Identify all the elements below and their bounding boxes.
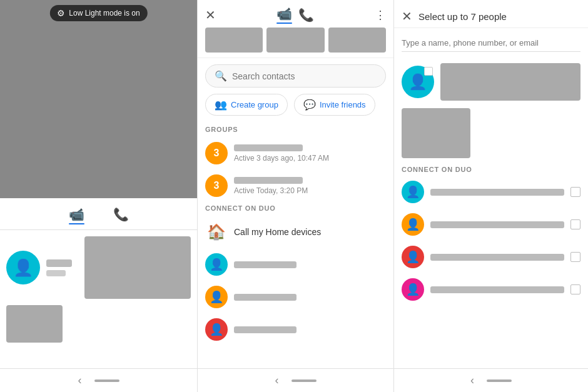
person-icon-r4: 👤 bbox=[406, 283, 420, 296]
group-time-2: Active Today, 3:20 PM bbox=[234, 186, 386, 195]
right-search-wrap bbox=[394, 28, 588, 58]
avatar-main: 👤 bbox=[6, 251, 40, 284]
group-item-2[interactable]: 3 Active Today, 3:20 PM bbox=[198, 169, 393, 202]
right-connect-row-1[interactable]: 👤 bbox=[394, 176, 588, 208]
panel-left: ⚙ Low Light mode is on 📹 📞 👤 bbox=[0, 0, 197, 392]
gear-icon: ⚙ bbox=[57, 8, 65, 18]
checkbox-2[interactable] bbox=[570, 219, 580, 229]
close-button-mid[interactable]: ✕ bbox=[205, 8, 216, 23]
right-connect-row-2[interactable]: 👤 bbox=[394, 208, 588, 241]
back-chevron-mid[interactable]: ‹ bbox=[275, 374, 279, 387]
contact-name-bar bbox=[46, 259, 72, 267]
checkbox-1[interactable] bbox=[570, 187, 580, 197]
right-thumb-block bbox=[402, 108, 470, 158]
tab-video-mid[interactable]: 📹 bbox=[276, 6, 292, 24]
back-chevron-left[interactable]: ‹ bbox=[78, 374, 82, 387]
right-avatar-main: 👤 bbox=[402, 66, 434, 98]
mid-thumb-2 bbox=[266, 28, 324, 53]
home-icon: 🏠 bbox=[207, 223, 226, 241]
thumbnail-small bbox=[6, 305, 63, 343]
phone-icon-mid: 📞 bbox=[298, 8, 314, 23]
group-name-bar-2 bbox=[234, 177, 303, 184]
close-button-right[interactable]: ✕ bbox=[402, 9, 412, 24]
create-group-button[interactable]: 👥 Create group bbox=[205, 94, 288, 116]
right-connect-avatar-1: 👤 bbox=[402, 181, 424, 203]
group-item-1[interactable]: 3 Active 3 days ago, 10:47 AM bbox=[198, 137, 393, 169]
checkbox-4[interactable] bbox=[570, 284, 580, 294]
connect-name-bar-2 bbox=[234, 294, 297, 301]
right-search-input[interactable] bbox=[402, 34, 580, 52]
mid-thumb-3 bbox=[328, 28, 386, 53]
group-name-bar-1 bbox=[234, 144, 303, 151]
tab-phone-left[interactable]: 📞 bbox=[108, 204, 134, 227]
connect-contact-1[interactable]: 👤 bbox=[198, 248, 393, 281]
more-icon-mid[interactable]: ⋮ bbox=[375, 8, 386, 22]
action-buttons: 👥 Create group 💬 Invite friends bbox=[198, 94, 393, 123]
person-icon: 👤 bbox=[13, 258, 33, 278]
group-badge-2: 3 bbox=[205, 174, 228, 197]
mid-top-thumbnails bbox=[198, 24, 393, 58]
right-connect-avatar-2: 👤 bbox=[402, 213, 424, 236]
person-icon-c2: 👤 bbox=[210, 290, 223, 304]
low-light-badge: ⚙ Low Light mode is on bbox=[49, 5, 147, 21]
person-icon-r1: 👤 bbox=[406, 185, 420, 199]
panel-left-tabs: 📹 📞 bbox=[0, 198, 197, 230]
back-chevron-right[interactable]: ‹ bbox=[470, 374, 474, 387]
tab-underline-video bbox=[69, 223, 84, 224]
connect-avatar-2: 👤 bbox=[205, 286, 228, 308]
checkbox-3[interactable] bbox=[570, 252, 580, 262]
right-connect-row-4[interactable]: 👤 bbox=[394, 273, 588, 306]
panel-left-bottom: 📹 📞 👤 ‹ bbox=[0, 198, 197, 392]
thumbnail-block bbox=[84, 236, 191, 299]
create-group-icon: 👥 bbox=[215, 99, 227, 111]
person-icon-right: 👤 bbox=[408, 73, 427, 91]
panel-right-header: ✕ Select up to 7 people bbox=[394, 0, 588, 28]
connect-name-bar-1 bbox=[234, 261, 297, 268]
checkbox-overlay bbox=[424, 67, 433, 76]
right-connect-row-3[interactable]: 👤 bbox=[394, 241, 588, 273]
panel-left-nav: ‹ bbox=[0, 368, 197, 392]
tab-video-left[interactable]: 📹 bbox=[64, 204, 89, 227]
connect-contact-3[interactable]: 👤 bbox=[198, 313, 393, 346]
nav-home-bar-mid bbox=[291, 379, 317, 382]
right-connect-name-3 bbox=[430, 254, 564, 261]
groups-section-label: GROUPS bbox=[198, 123, 393, 137]
phone-icon: 📞 bbox=[113, 207, 129, 222]
invite-icon: 💬 bbox=[303, 99, 316, 111]
right-contact-thumb bbox=[440, 63, 580, 101]
right-connect-name-4 bbox=[430, 286, 564, 293]
group-info-1: Active 3 days ago, 10:47 AM bbox=[234, 144, 386, 163]
tab-phone-mid[interactable]: 📞 bbox=[298, 8, 314, 23]
connect-home-item[interactable]: 🏠 Call my Home devices bbox=[198, 216, 393, 248]
search-input[interactable] bbox=[232, 71, 377, 81]
right-connect-avatar-4: 👤 bbox=[402, 278, 424, 301]
nav-home-bar-left bbox=[94, 379, 119, 382]
video-icon: 📹 bbox=[69, 207, 84, 222]
mid-nav: ‹ bbox=[198, 368, 393, 392]
nav-home-bar-right bbox=[487, 379, 512, 382]
panel-right: ✕ Select up to 7 people 👤 CONNECT ON DUO… bbox=[394, 0, 588, 392]
search-bar-wrap: 🔍 bbox=[198, 58, 393, 94]
right-contact-row-main[interactable]: 👤 bbox=[394, 58, 588, 106]
search-bar: 🔍 bbox=[205, 64, 386, 88]
home-device-name: Call my Home devices bbox=[234, 227, 321, 237]
group-info-2: Active Today, 3:20 PM bbox=[234, 177, 386, 195]
contact-row-main: 👤 bbox=[6, 236, 191, 299]
right-connect-name-2 bbox=[430, 221, 564, 228]
group-badge-1: 3 bbox=[205, 142, 228, 164]
mid-thumb-1 bbox=[205, 28, 263, 53]
panel-mid-header: ✕ 📹 📞 ⋮ bbox=[198, 0, 393, 24]
connect-section-label: CONNECT ON DUO bbox=[198, 202, 393, 216]
connect-name-bar-3 bbox=[234, 326, 297, 333]
right-connect-label: CONNECT ON DUO bbox=[394, 161, 588, 176]
low-light-text: Low Light mode is on bbox=[69, 9, 139, 18]
right-connect-name-1 bbox=[430, 189, 564, 196]
mid-tabs: 📹 📞 bbox=[276, 6, 314, 24]
invite-friends-button[interactable]: 💬 Invite friends bbox=[294, 94, 375, 116]
second-row bbox=[6, 305, 191, 343]
video-icon-mid: 📹 bbox=[276, 6, 292, 21]
connect-contact-2[interactable]: 👤 bbox=[198, 281, 393, 313]
person-icon-c3: 👤 bbox=[210, 323, 223, 336]
panel-left-content: 👤 bbox=[0, 230, 197, 368]
right-nav: ‹ bbox=[394, 368, 588, 392]
